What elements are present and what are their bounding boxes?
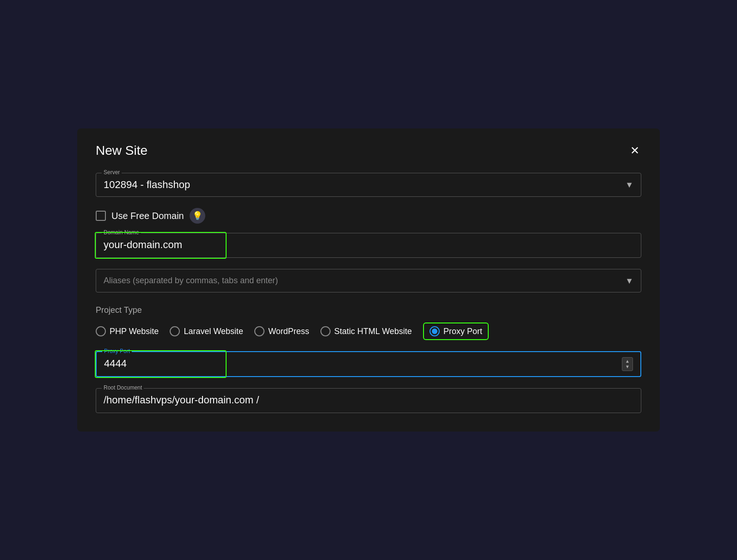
spinner-up-icon: ▲ [625,359,630,364]
radio-laravel-label: Laravel Website [184,327,243,336]
radio-laravel[interactable]: Laravel Website [170,326,243,336]
use-free-domain-row: Use Free Domain 💡 [96,208,641,224]
proxy-port-label: Proxy Port [102,348,132,354]
domain-name-label: Domain Name [102,229,141,236]
proxy-port-field[interactable]: Proxy Port 4444 ▲ ▼ [96,351,641,377]
server-field[interactable]: Server 102894 - flashshop ▼ [96,173,641,197]
radio-php-label: PHP Website [110,327,159,336]
close-button[interactable]: ✕ [628,143,641,158]
radio-laravel-circle [170,326,180,336]
project-type-radio-group: PHP Website Laravel Website WordPress St… [96,323,641,340]
server-value: 102894 - flashshop [104,179,633,191]
proxy-port-section: Proxy Port 4444 ▲ ▼ [96,351,641,377]
server-section: Server 102894 - flashshop ▼ [96,173,641,197]
root-document-value: /home/flashvps/your-domain.com / [104,394,633,406]
radio-static[interactable]: Static HTML Website [320,326,412,336]
server-label: Server [102,169,122,176]
proxy-port-spinner[interactable]: ▲ ▼ [622,357,633,371]
lightbulb-button[interactable]: 💡 [190,208,205,224]
aliases-dropdown-icon: ▼ [625,276,633,286]
radio-static-circle [320,326,331,336]
dialog-title: New Site [96,143,147,158]
radio-static-label: Static HTML Website [334,327,412,336]
radio-wordpress-label: WordPress [268,327,309,336]
radio-php-circle [96,326,106,336]
radio-proxy-label: Proxy Port [443,327,482,336]
domain-name-field[interactable]: Domain Name your-domain.com [96,233,641,258]
radio-wordpress-circle [254,326,264,336]
root-document-label: Root Document [102,384,144,391]
domain-name-value: your-domain.com [104,239,633,251]
project-type-label: Project Type [96,305,641,315]
root-document-field[interactable]: Root Document /home/flashvps/your-domain… [96,388,641,413]
radio-proxy-circle [430,326,440,336]
spinner-down-icon: ▼ [625,364,630,370]
domain-name-section: Domain Name your-domain.com [96,233,641,258]
new-site-dialog: New Site ✕ Server 102894 - flashshop ▼ U… [77,128,660,432]
project-type-section: Project Type PHP Website Laravel Website… [96,305,641,340]
radio-wordpress[interactable]: WordPress [254,326,309,336]
dialog-header: New Site ✕ [96,143,641,158]
radio-php[interactable]: PHP Website [96,326,159,336]
proxy-port-value: 4444 [104,358,633,370]
use-free-domain-checkbox[interactable] [96,211,106,221]
radio-proxy-wrapper[interactable]: Proxy Port [423,323,489,340]
aliases-field[interactable]: Aliases (separated by commas, tabs and e… [96,269,641,292]
use-free-domain-label: Use Free Domain [111,211,184,221]
aliases-placeholder: Aliases (separated by commas, tabs and e… [104,276,278,285]
